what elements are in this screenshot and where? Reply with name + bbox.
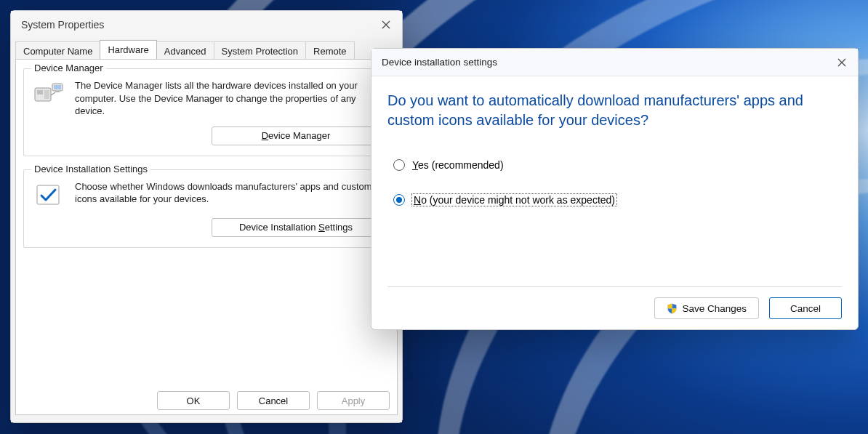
save-changes-button[interactable]: Save Changes [654,297,759,319]
device-manager-icon [31,79,66,108]
tab-computer-name[interactable]: Computer Name [15,41,100,60]
tab-advanced[interactable]: Advanced [156,41,214,60]
close-button[interactable] [370,10,402,39]
radio-no[interactable]: No (your device might not work as expect… [393,194,842,206]
tab-remote[interactable]: Remote [305,41,355,60]
tab-system-protection[interactable]: System Protection [214,41,307,60]
system-properties-window: System Properties Computer Name Hardware… [10,10,403,423]
cancel-button[interactable]: Cancel [237,391,310,410]
cancel-button[interactable]: Cancel [769,297,842,319]
window-title: System Properties [21,19,104,31]
radio-yes-label: Yes (recommended) [412,159,504,171]
device-installation-desc: Choose whether Windows downloads manufac… [75,180,382,206]
radio-no-label: No (your device might not work as expect… [412,194,616,206]
device-installation-settings-button[interactable]: Device Installation Settings [212,218,380,237]
check-icon [31,180,66,209]
svg-rect-2 [44,90,49,99]
device-manager-button[interactable]: Device Manager [212,126,380,145]
save-changes-label: Save Changes [682,303,747,314]
svg-rect-6 [37,185,59,204]
radio-indicator-icon [393,159,405,171]
tabstrip: Computer Name Hardware Advanced System P… [11,39,402,59]
svg-rect-4 [54,85,61,89]
dialog-title: Device installation settings [382,57,497,68]
device-installation-settings-group: Device Installation Settings Choose whet… [23,169,390,248]
close-icon [382,20,390,29]
close-button[interactable] [826,48,858,77]
device-installation-settings-dialog: Device installation settings Do you want… [371,48,859,330]
apply-button[interactable]: Apply [317,391,390,410]
svg-rect-1 [37,90,43,95]
svg-rect-5 [55,91,60,92]
titlebar[interactable]: Device installation settings [371,49,858,76]
device-manager-group: Device Manager The Device Ma [23,68,390,156]
radio-indicator-icon [393,194,405,206]
uac-shield-icon [667,303,678,314]
titlebar[interactable]: System Properties [11,11,402,39]
separator [387,286,842,287]
device-manager-desc: The Device Manager lists all the hardwar… [75,79,382,118]
ok-button[interactable]: OK [157,391,230,410]
close-icon [837,58,846,67]
dialog-question: Do you want to automatically download ma… [387,91,842,130]
radio-yes[interactable]: Yes (recommended) [393,159,842,171]
group-legend: Device Installation Settings [31,164,150,174]
group-legend: Device Manager [31,63,106,73]
dialog-button-bar: OK Cancel Apply [23,391,390,410]
dialog-actions: Save Changes Cancel [387,297,842,319]
tab-hardware[interactable]: Hardware [100,40,156,59]
hardware-tab-panel: Device Manager The Device Ma [15,59,398,415]
